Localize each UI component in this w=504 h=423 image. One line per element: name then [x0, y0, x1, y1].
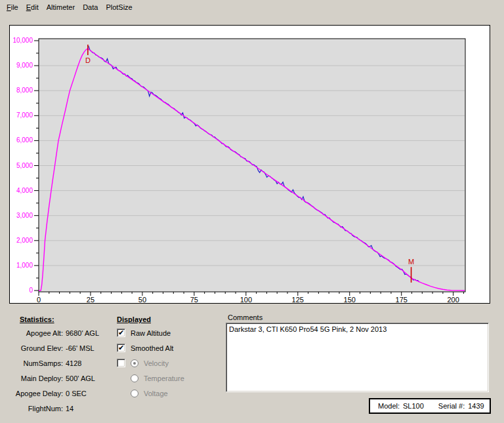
y-axis-label: 5,000: [16, 162, 33, 169]
option-label: Temperature: [144, 374, 184, 382]
displayed-row: Smoothed Alt: [117, 340, 222, 355]
statistics-section: Statistics: Apogee Alt:9680' AGLGround E…: [7, 315, 113, 416]
altitude-chart-panel: 01,0002,0003,0004,0005,0006,0007,0008,00…: [9, 25, 490, 304]
displayed-row: Temperature: [117, 371, 222, 386]
y-axis-label: 0: [29, 287, 33, 294]
comments-label: Comments: [228, 313, 262, 321]
model-value: SL100: [403, 402, 424, 410]
x-axis-label: 200: [448, 296, 459, 303]
option-label: Smoothed Alt: [131, 344, 173, 352]
serial-value: 1439: [468, 402, 484, 410]
altitude-chart: 01,0002,0003,0004,0005,0006,0007,0008,00…: [10, 26, 490, 303]
event-marker-label-m: M: [408, 258, 414, 266]
stats-row: Apogee Delay:0 SEC: [7, 386, 113, 401]
stats-value: 500' AGL: [63, 374, 95, 382]
stats-value: 0 SEC: [63, 390, 87, 397]
menu-item-file[interactable]: File: [3, 1, 22, 13]
x-axis-label: 25: [87, 296, 94, 303]
x-axis-label: 150: [344, 296, 356, 303]
stats-label: Ground Elev:: [7, 344, 63, 352]
stats-value: -66' MSL: [63, 344, 94, 352]
option-label: Voltage: [144, 390, 168, 397]
device-info-box: Model: SL100 Serial #: 1439: [369, 398, 491, 414]
analog-channel-checkbox[interactable]: [117, 359, 125, 367]
stats-row: NumSamps:4128: [7, 355, 113, 371]
statistics-header: Statistics:: [20, 315, 113, 323]
serial-label: Serial #:: [438, 402, 465, 410]
y-axis-label: 2,000: [16, 237, 33, 244]
menu-bar: FileEditAltimeterDataPlotSize: [0, 0, 504, 14]
stats-label: NumSamps:: [7, 359, 63, 367]
displayed-row: Voltage: [117, 386, 222, 401]
y-axis-label: 3,000: [16, 212, 33, 219]
x-axis-label: 175: [396, 296, 408, 303]
displayed-row: Velocity: [117, 355, 222, 371]
y-axis-label: 4,000: [16, 187, 33, 194]
stats-label: Apogee Alt:: [7, 329, 63, 337]
temperature-radio[interactable]: [131, 374, 138, 382]
x-axis-label: 100: [240, 296, 252, 303]
y-axis-label: 7,000: [16, 111, 33, 119]
event-marker-label-d: D: [85, 56, 91, 64]
option-label: Raw Altitude: [131, 329, 171, 337]
stats-row: Apogee Alt:9680' AGL: [7, 325, 113, 340]
stats-row: Ground Elev:-66' MSL: [7, 340, 113, 355]
x-axis-label: 50: [138, 296, 146, 303]
menu-item-data[interactable]: Data: [79, 1, 102, 13]
stats-label: FlightNum:: [7, 405, 63, 413]
option-label: Velocity: [144, 359, 169, 367]
menu-item-plotsize[interactable]: PlotSize: [102, 1, 136, 13]
y-axis-label: 9,000: [16, 62, 33, 69]
displayed-header: Displayed: [117, 315, 222, 323]
stats-value: 14: [63, 405, 74, 413]
y-axis-label: 8,000: [16, 87, 33, 94]
stats-value: 4128: [63, 359, 81, 367]
stats-row: FlightNum:14: [7, 401, 113, 416]
raw-altitude-checkbox[interactable]: [117, 329, 125, 337]
x-axis-label: 125: [292, 296, 304, 303]
displayed-section: Displayed Raw AltitudeSmoothed AltVeloci…: [117, 315, 222, 401]
y-axis-label: 6,000: [16, 136, 33, 144]
displayed-row: Raw Altitude: [117, 325, 222, 340]
smoothed-alt-checkbox[interactable]: [117, 344, 125, 352]
voltage-radio[interactable]: [131, 390, 138, 397]
stats-row: Main Deploy:500' AGL: [7, 371, 113, 386]
stats-label: Main Deploy:: [7, 374, 63, 382]
x-axis-label: 0: [37, 296, 41, 303]
menu-item-altimeter[interactable]: Altimeter: [43, 1, 79, 13]
stats-value: 9680' AGL: [63, 329, 99, 337]
y-axis-label: 1,000: [16, 262, 33, 269]
y-axis-label: 10,000: [12, 37, 33, 44]
x-axis-label: 75: [190, 296, 198, 303]
stats-label: Apogee Delay:: [7, 390, 63, 397]
comments-input[interactable]: Darkstar 3, CTI K650 Pro54 5G Pink, 2 No…: [226, 323, 489, 392]
menu-item-edit[interactable]: Edit: [22, 1, 43, 13]
model-label: Model:: [378, 402, 400, 410]
velocity-radio[interactable]: [131, 359, 138, 367]
